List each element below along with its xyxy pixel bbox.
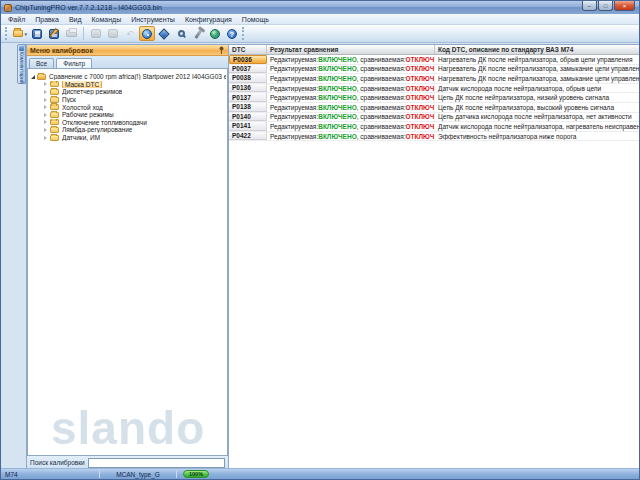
tree-root-item[interactable]: Сравнение с 7000 rpm africa(!) Startpowe… <box>31 73 226 81</box>
tree-item-label: Датчики, ИМ <box>62 134 100 141</box>
cut-button <box>88 26 104 41</box>
column-header[interactable]: Результат сравнения <box>267 45 435 54</box>
dtc-description-cell: Цепь ДК после нейтрализатора, высокий ур… <box>435 103 640 112</box>
toolbar-drag-handle[interactable] <box>5 27 8 40</box>
collapsed-arrow-icon[interactable] <box>44 90 47 94</box>
pin-icon[interactable] <box>218 46 225 54</box>
tree-item[interactable]: Пуск <box>31 96 226 104</box>
internet-button[interactable] <box>207 26 223 41</box>
toolbar-drag-handle[interactable] <box>242 27 245 40</box>
column-header[interactable]: DTC <box>229 45 267 54</box>
table-row[interactable]: P0136Редактируемая: ВКЛЮЧЕНО, сравниваем… <box>229 84 640 94</box>
dtc-code-cell[interactable]: P0136 <box>229 84 267 93</box>
undo-button: ↶ <box>122 26 138 41</box>
dtc-code-cell[interactable]: P0140 <box>229 113 267 122</box>
table-row[interactable]: P0140Редактируемая: ВКЛЮЧЕНО, сравниваем… <box>229 113 640 123</box>
minimize-button[interactable]: − <box>582 1 597 11</box>
collapsed-arrow-icon[interactable] <box>44 120 47 124</box>
table-row[interactable]: P0422Редактируемая: ВКЛЮЧЕНО, сравниваем… <box>229 132 640 142</box>
calibration-menu-panel: Меню калибровок ВсеФильтр Сравнение с 70… <box>26 44 229 470</box>
tree-item[interactable]: Холостой ход <box>31 103 226 111</box>
comparison-result-cell: Редактируемая: ВКЛЮЧЕНО, сравниваемая: О… <box>267 103 435 112</box>
menu-config[interactable]: Конфигурация <box>180 15 237 24</box>
menu-help[interactable]: Помощь <box>237 15 274 24</box>
expanded-arrow-icon[interactable] <box>31 75 35 79</box>
tree-item-label: Маска DTC <box>62 81 102 89</box>
help-button[interactable]: ? <box>224 26 240 41</box>
menu-tools[interactable]: Инструменты <box>126 15 180 24</box>
dtc-code-cell[interactable]: P0036 <box>229 55 267 64</box>
save-as-icon <box>49 29 59 39</box>
search-label: Поиск калибровки <box>30 459 85 466</box>
tree-item-label: Лямбда-регулирование <box>62 126 132 133</box>
maximize-button[interactable]: □ <box>598 1 613 11</box>
table-row[interactable]: P0138Редактируемая: ВКЛЮЧЕНО, сравниваем… <box>229 103 640 113</box>
menu-bar: ФайлПравкаВидКомандыИнструментыКонфигура… <box>1 14 639 25</box>
search-button[interactable] <box>173 26 189 41</box>
window-controls: −□× <box>582 1 635 11</box>
chiptuningpro-window: ChipTuningPRO ver.7.7.2.1218 - I404GG03.… <box>0 0 640 480</box>
comparison-result-cell: Редактируемая: ВКЛЮЧЕНО, сравниваемая: О… <box>267 84 435 93</box>
dtc-code-cell[interactable]: P0141 <box>229 122 267 131</box>
collapsed-arrow-icon[interactable] <box>44 128 47 132</box>
panel-tab-all[interactable]: Все <box>29 58 54 68</box>
title-bar: ChipTuningPRO ver.7.7.2.1218 - I404GG03.… <box>1 1 639 14</box>
diamond-icon <box>158 28 169 39</box>
panel-tab-filter[interactable]: Фильтр <box>56 58 92 68</box>
window-title: ChipTuningPRO ver.7.7.2.1218 - I404GG03.… <box>15 4 162 11</box>
undo-icon: ↶ <box>125 30 135 38</box>
disabled-status: ОТКЛЮЧЕНО <box>406 65 436 72</box>
collapsed-arrow-icon[interactable] <box>44 113 47 117</box>
collapsed-arrow-icon[interactable] <box>44 82 47 86</box>
tree-item[interactable]: Датчики, ИМ <box>31 134 226 142</box>
tree-item[interactable]: Маска DTC <box>31 81 226 89</box>
collapsed-arrow-icon[interactable] <box>44 98 47 102</box>
menu-view[interactable]: Вид <box>64 15 87 24</box>
menu-edit[interactable]: Правка <box>30 15 64 24</box>
dtc-code-cell[interactable]: P0422 <box>229 132 267 141</box>
comparison-result-cell: Редактируемая: ВКЛЮЧЕНО, сравниваемая: О… <box>267 122 435 131</box>
dtc-description-cell: Эффективность нейтрализатора ниже порога <box>435 132 640 141</box>
folder-icon <box>50 127 59 133</box>
progress-badge: 100% <box>183 470 209 478</box>
dropdown-arrow-icon: ▾ <box>24 31 27 37</box>
tree-item[interactable]: Отключение топливоподачи <box>31 119 226 127</box>
menu-commands[interactable]: Команды <box>87 15 127 24</box>
tree-item-label: Рабочие режимы <box>62 111 114 118</box>
side-tab-comment[interactable]: Комментарий <box>17 44 26 84</box>
tree-item[interactable]: Лямбда-регулирование <box>31 126 226 134</box>
dtc-code-cell[interactable]: P0137 <box>229 93 267 102</box>
dtc-mask-button[interactable] <box>139 26 155 41</box>
save-as-button[interactable] <box>46 26 62 41</box>
table-row[interactable]: P0038Редактируемая: ВКЛЮЧЕНО, сравниваем… <box>229 74 640 84</box>
service-button[interactable] <box>190 26 206 41</box>
collapsed-arrow-icon[interactable] <box>44 105 47 109</box>
table-row[interactable]: P0141Редактируемая: ВКЛЮЧЕНО, сравниваем… <box>229 122 640 132</box>
panel-header: Меню калибровок <box>27 45 228 56</box>
tree-item[interactable]: Рабочие режимы <box>31 111 226 119</box>
dtc-code-cell[interactable]: P0138 <box>229 103 267 112</box>
table-row[interactable]: P0036Редактируемая: ВКЛЮЧЕНО, сравниваем… <box>229 55 640 65</box>
comparison-result-cell: Редактируемая: ВКЛЮЧЕНО, сравниваемая: О… <box>267 74 435 83</box>
tree-item[interactable]: Диспетчер режимов <box>31 88 226 96</box>
disabled-status: ОТКЛЮЧЕНО <box>406 94 436 101</box>
folder-icon <box>50 97 59 103</box>
menu-file[interactable]: Файл <box>3 15 30 24</box>
column-header[interactable]: Код DTC, описание по стандарту ВАЗ М74 <box>435 45 640 54</box>
table-row[interactable]: P0137Редактируемая: ВКЛЮЧЕНО, сравниваем… <box>229 93 640 103</box>
enabled-status: ВКЛЮЧЕНО <box>318 85 357 92</box>
folder-icon <box>50 112 59 118</box>
compare-button[interactable] <box>156 26 172 41</box>
collapsed-arrow-icon[interactable] <box>44 136 47 140</box>
copy-button <box>105 26 121 41</box>
dtc-code-cell[interactable]: P0037 <box>229 65 267 74</box>
dtc-description-cell: Нагреватель ДК после нейтрализатора, зам… <box>435 65 640 74</box>
table-row[interactable]: P0037Редактируемая: ВКЛЮЧЕНО, сравниваем… <box>229 65 640 75</box>
save-button[interactable] <box>29 26 45 41</box>
folder-icon <box>37 74 46 80</box>
open-button[interactable]: ▾ <box>12 26 28 41</box>
search-input[interactable] <box>88 458 225 468</box>
dtc-description-cell: Датчик кислорода после нейтрализатора, о… <box>435 84 640 93</box>
close-button[interactable]: × <box>614 1 635 11</box>
dtc-code-cell[interactable]: P0038 <box>229 74 267 83</box>
